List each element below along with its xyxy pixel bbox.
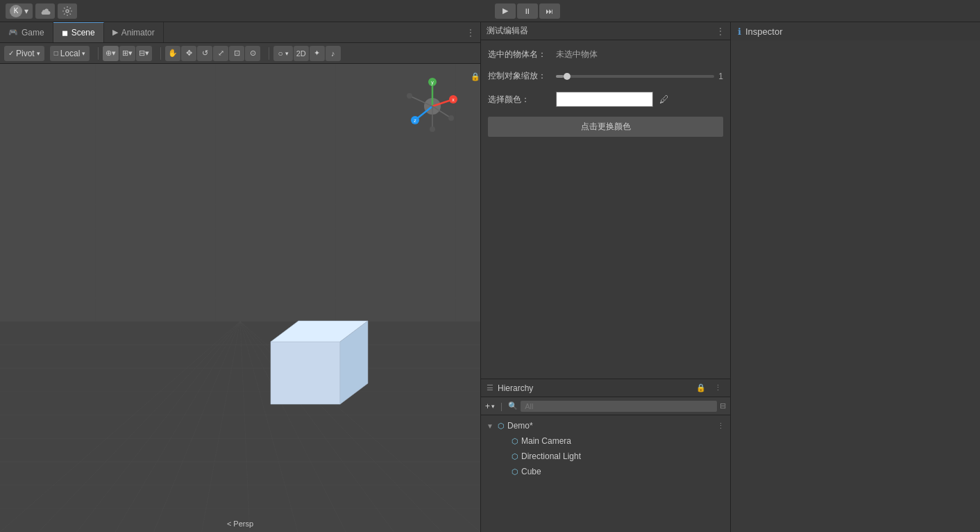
selected-object-row: 选中的物体名： 未选中物体 bbox=[488, 49, 723, 60]
svg-text:x: x bbox=[452, 97, 455, 102]
right-panels: 测试编辑器 ⋮ 选中的物体名： 未选中物体 控制对象缩放： bbox=[480, 22, 730, 532]
hierarchy-title: Hierarchy bbox=[498, 383, 690, 393]
settings-button[interactable] bbox=[58, 3, 77, 19]
pivot-label: Pivot bbox=[16, 49, 35, 58]
tab-scene[interactable]: ◼ Scene bbox=[53, 22, 104, 42]
scene-label: Demo* bbox=[507, 421, 533, 431]
game-tab-label: Game bbox=[22, 28, 44, 38]
scene-unity-icon: ⬡ bbox=[498, 422, 505, 431]
inspector-header: ℹ Inspector bbox=[731, 22, 980, 40]
hierarchy-directional-light[interactable]: ⬡ Directional Light bbox=[481, 449, 730, 464]
editor-panel-title: 测试编辑器 bbox=[487, 25, 712, 37]
selected-label: 选中的物体名： bbox=[488, 49, 550, 60]
local-dropdown[interactable]: □ Local ▾ bbox=[50, 46, 90, 61]
main-content: 🎮 Game ◼ Scene ▶ Animator ⋮ ✓ Pivot ▾ bbox=[0, 22, 980, 532]
change-color-button[interactable]: 点击更换颜色 bbox=[488, 117, 723, 137]
eyedropper-button[interactable]: 🖊 bbox=[657, 92, 671, 106]
tool-composite[interactable]: ⊙ bbox=[245, 46, 260, 61]
hierarchy-lock-button[interactable]: 🔒 bbox=[694, 381, 708, 395]
toolbar: ✓ Pivot ▾ □ Local ▾ ⊕▾ ⊞▾ ⊟▾ ✋ bbox=[0, 43, 480, 64]
toolbar-divider-3 bbox=[269, 47, 269, 60]
hierarchy-cube[interactable]: ⬡ Cube bbox=[481, 464, 730, 479]
cube-label: Cube bbox=[521, 467, 541, 476]
inspector-panel: ℹ Inspector bbox=[730, 22, 980, 532]
local-label: Local bbox=[60, 49, 81, 58]
color-field: 🖊 bbox=[556, 92, 671, 107]
scale-thumb[interactable] bbox=[564, 73, 571, 80]
pause-button[interactable]: ⏸ bbox=[517, 3, 538, 19]
perspective-label: < Persp bbox=[227, 519, 253, 528]
directional-light-label: Directional Light bbox=[521, 451, 581, 461]
play-controls: ▶ ⏸ ⏭ bbox=[495, 3, 560, 19]
editor-panel-header: 测试编辑器 ⋮ bbox=[481, 22, 730, 40]
color-swatch[interactable] bbox=[556, 92, 653, 107]
editor-panel: 测试编辑器 ⋮ 选中的物体名： 未选中物体 控制对象缩放： bbox=[481, 22, 730, 379]
scene-gizmo[interactable]: y x z bbox=[401, 75, 464, 138]
tool-scale[interactable]: ⤢ bbox=[213, 46, 228, 61]
settings-icon bbox=[62, 6, 72, 16]
camera-icon: ⬡ bbox=[512, 437, 518, 446]
animator-tab-icon: ▶ bbox=[112, 28, 118, 37]
local-group: □ Local ▾ bbox=[50, 46, 90, 61]
light-icon: ⬡ bbox=[512, 452, 518, 461]
color-row: 选择颜色： 🖊 bbox=[488, 92, 723, 107]
animator-tab-label: Animator bbox=[121, 28, 155, 38]
account-button[interactable]: K ▾ bbox=[6, 3, 33, 19]
tab-game[interactable]: 🎮 Game bbox=[0, 22, 53, 42]
transform-tools: ⊕▾ ⊞▾ ⊟▾ bbox=[103, 46, 152, 61]
pivot-group: ✓ Pivot ▾ bbox=[4, 46, 44, 61]
hierarchy-more-button[interactable]: ⋮ bbox=[711, 381, 725, 395]
tool-rotate[interactable]: ↺ bbox=[197, 46, 212, 61]
scene-view[interactable]: y x z � bbox=[0, 64, 480, 532]
hierarchy-header: ☰ Hierarchy 🔒 ⋮ bbox=[481, 379, 730, 397]
hierarchy-items: ▼ ⬡ Demo* ⋮ ⬡ Main Camera ⬡ bbox=[481, 415, 730, 532]
main-camera-label: Main Camera bbox=[521, 436, 571, 446]
tool-move[interactable]: ⊕▾ bbox=[103, 46, 119, 61]
play-button[interactable]: ▶ bbox=[495, 3, 516, 19]
cloud-icon bbox=[40, 7, 51, 15]
scene-more-button[interactable]: ⋮ bbox=[717, 422, 725, 431]
svg-point-0 bbox=[66, 10, 69, 13]
tab-animator[interactable]: ▶ Animator bbox=[104, 22, 164, 42]
svg-text:z: z bbox=[414, 118, 416, 123]
scale-label: 控制对象缩放： bbox=[488, 70, 550, 82]
svg-point-68 bbox=[430, 126, 435, 132]
hierarchy-actions: 🔒 ⋮ bbox=[694, 381, 725, 395]
inspector-title: Inspector bbox=[745, 26, 782, 37]
tool-hand[interactable]: ✋ bbox=[165, 46, 180, 61]
svg-point-72 bbox=[448, 115, 454, 121]
view-tools: ✋ ✥ ↺ ⤢ ⊡ ⊙ bbox=[165, 46, 260, 61]
audio-button[interactable]: ♪ bbox=[326, 46, 341, 61]
tool-snap[interactable]: ⊟▾ bbox=[136, 46, 152, 61]
tabs-more-button[interactable]: ⋮ bbox=[461, 22, 480, 42]
scale-slider[interactable]: 1 bbox=[556, 72, 723, 81]
account-dropdown-arrow: ▾ bbox=[24, 6, 28, 16]
svg-text:y: y bbox=[431, 80, 434, 85]
tabs-row: 🎮 Game ◼ Scene ▶ Animator ⋮ bbox=[0, 22, 480, 43]
scale-value: 1 bbox=[718, 72, 723, 81]
expand-arrow-demo: ▼ bbox=[487, 422, 495, 430]
tool-translate[interactable]: ✥ bbox=[181, 46, 196, 61]
hierarchy-add-button[interactable]: +▾ bbox=[485, 401, 495, 411]
toolbar-divider-1 bbox=[98, 47, 99, 60]
cloud-button[interactable] bbox=[35, 3, 55, 19]
pivot-dropdown[interactable]: ✓ Pivot ▾ bbox=[4, 46, 44, 61]
editor-content: 选中的物体名： 未选中物体 控制对象缩放： 1 bbox=[481, 40, 730, 145]
step-button[interactable]: ⏭ bbox=[539, 3, 560, 19]
tool-rect2[interactable]: ⊡ bbox=[229, 46, 244, 61]
render-mode-dropdown[interactable]: ○▾ bbox=[273, 46, 292, 61]
cube-icon: ⬡ bbox=[512, 467, 518, 476]
hierarchy-main-camera[interactable]: ⬡ Main Camera bbox=[481, 433, 730, 449]
inspector-icon: ℹ bbox=[738, 26, 741, 37]
editor-more-button[interactable]: ⋮ bbox=[716, 26, 725, 36]
hierarchy-scene-item[interactable]: ▼ ⬡ Demo* ⋮ bbox=[481, 418, 730, 433]
fx-button[interactable]: ✦ bbox=[310, 46, 325, 61]
svg-point-70 bbox=[407, 93, 412, 99]
hierarchy-filter-button[interactable]: ⊟ bbox=[720, 401, 726, 410]
svg-marker-54 bbox=[271, 342, 340, 404]
gizmo-svg: y x z bbox=[401, 75, 464, 138]
hierarchy-search-icon: 🔍 bbox=[508, 401, 518, 410]
tool-rect[interactable]: ⊞▾ bbox=[119, 46, 135, 61]
view-2d-button[interactable]: 2D bbox=[294, 46, 309, 61]
hierarchy-search-input[interactable] bbox=[521, 401, 717, 412]
